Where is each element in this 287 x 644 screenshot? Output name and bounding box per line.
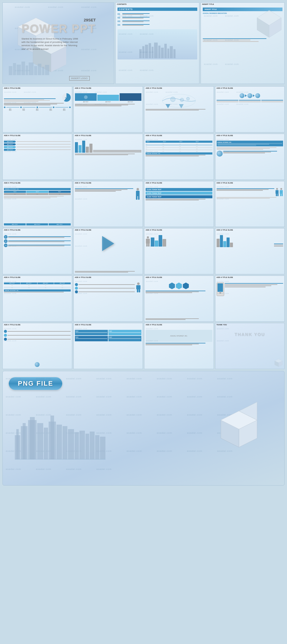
- svg-rect-13: [38, 64, 41, 75]
- slide-6-2[interactable]: ADD A TITLE SLIDE TEXT TEXT TEXT: [73, 323, 143, 369]
- slide-4-2[interactable]: ADD A TITLE SLIDE asadal.com asadal.com: [73, 228, 143, 274]
- page-wrapper: asadal.com asadal.com asadal.com asadal.…: [0, 0, 287, 488]
- slide-4-1[interactable]: ADD A TITLE SLIDE 01 02: [2, 228, 72, 274]
- svg-rect-49: [63, 426, 67, 459]
- insert-logo: INSERT LOGO: [69, 76, 90, 81]
- slide-1-1[interactable]: ADD A TITLE SLIDE 2012: [2, 86, 72, 132]
- slide-row-6: ADD A TITLE SLIDE: [2, 323, 285, 369]
- svg-rect-17: [142, 46, 144, 58]
- svg-rect-45: [44, 428, 48, 459]
- 3d-cube-png: [206, 396, 272, 462]
- svg-rect-26: [170, 46, 173, 58]
- svg-rect-27: [173, 49, 176, 58]
- slide-6-1[interactable]: ADD A TITLE SLIDE: [2, 323, 72, 369]
- slide-4-4[interactable]: ADD A TITLE SLIDE: [215, 228, 285, 274]
- svg-rect-11: [29, 62, 34, 75]
- svg-rect-43: [30, 417, 35, 459]
- slide-5-1[interactable]: ADD A TITLE SLIDE ADD TEXT ADD TEXT ADD …: [2, 276, 72, 322]
- city-skyline: [15, 396, 105, 462]
- slide-2-1[interactable]: ADD A TITLE SLIDE ADD TEXT ADD TEXT ADD …: [2, 134, 72, 180]
- svg-rect-14: [42, 67, 44, 75]
- svg-rect-41: [23, 423, 26, 459]
- slide-2-3[interactable]: ADD A TITLE SLIDE TEXTTEXTTEXTTEXT -----…: [144, 134, 214, 180]
- slide-row-4: ADD A TITLE SLIDE 01 02: [2, 228, 285, 274]
- hero-subtitle: Started its business in Seoul Korea in F…: [21, 37, 82, 51]
- png-file-section: asadal.com asadal.com asadal.com asadal.…: [2, 371, 285, 486]
- slide-3-4[interactable]: ADD A TITLE SLIDE: [215, 181, 285, 227]
- png-file-badge: PNG FILE: [9, 377, 62, 390]
- slide-5-4[interactable]: ADD A TITLE SLIDE: [215, 276, 285, 322]
- png-content-area: [9, 396, 278, 462]
- set-label: 29SET: [21, 18, 96, 22]
- slide-row-3: ADD A TITLE SLIDE ASADAL INTERNET, INC. …: [2, 181, 285, 227]
- svg-rect-23: [161, 48, 164, 58]
- slide-row-1: ADD A TITLE SLIDE 2012: [2, 86, 285, 132]
- svg-rect-24: [164, 44, 167, 58]
- svg-rect-52: [79, 431, 85, 459]
- slide-1-4[interactable]: ADD A TITLE SLIDE: [215, 86, 285, 132]
- svg-rect-19: [149, 43, 151, 58]
- svg-rect-15: [45, 65, 49, 75]
- svg-rect-44: [37, 423, 43, 459]
- hero-right-slides: CONTENTS CONTENTS 01 02: [115, 2, 285, 85]
- slide-6-3[interactable]: ADD A TITLE SLIDE ASADAL INTERNET, INC. …: [144, 323, 214, 369]
- svg-rect-25: [167, 49, 169, 58]
- slide-3-3[interactable]: ADD A TITLE SLIDE CLICK TOADA TEXT CLICK…: [144, 181, 214, 227]
- svg-rect-20: [152, 47, 153, 58]
- slide-4-3[interactable]: ADD A TITLE SLIDE: [144, 228, 214, 274]
- svg-rect-39: [16, 429, 19, 459]
- svg-rect-51: [75, 432, 79, 459]
- svg-point-33: [180, 98, 184, 102]
- slide-label: INSERT TITLE: [202, 3, 214, 5]
- svg-rect-53: [85, 434, 89, 459]
- svg-rect-6: [9, 66, 12, 75]
- slide-row-2: ADD A TITLE SLIDE ADD TEXT ADD TEXT ADD …: [2, 134, 285, 180]
- hero-row: asadal.com asadal.com asadal.com asadal.…: [2, 2, 285, 85]
- slide-row-5: ADD A TITLE SLIDE ADD TEXT ADD TEXT ADD …: [2, 276, 285, 322]
- slide-5-2[interactable]: ADD A TITLE SLIDE: [73, 276, 143, 322]
- svg-rect-12: [34, 66, 37, 75]
- slide-1-2[interactable]: ADD A TITLE SLIDE ADD TEXT ADD TEXT ADD …: [73, 86, 143, 132]
- svg-rect-7: [13, 63, 16, 75]
- slide-5-3[interactable]: ADD A TITLE SLIDE: [144, 276, 214, 322]
- svg-rect-48: [56, 425, 62, 459]
- contents-slide[interactable]: CONTENTS CONTENTS 01 02: [115, 2, 199, 84]
- svg-rect-21: [154, 43, 158, 58]
- slide-label: CONTENTS: [117, 3, 127, 5]
- svg-rect-47: [50, 416, 54, 459]
- svg-rect-9: [21, 62, 25, 75]
- slide-3-2[interactable]: ADD A TITLE SLIDE: [73, 181, 143, 227]
- slide-1-3[interactable]: ADD A TITLE SLIDE: [144, 86, 214, 132]
- svg-rect-18: [145, 45, 148, 58]
- slide-2-4[interactable]: ADD A TITLE SLIDE ASADAL INTERNET, INC.: [215, 134, 285, 180]
- slide-6-4-thank-you[interactable]: THANK YOU THANK YOU asadal.com asa: [215, 323, 285, 369]
- hero-title: POWER PPT: [21, 22, 96, 35]
- svg-rect-55: [95, 435, 99, 459]
- svg-rect-8: [17, 65, 21, 75]
- slide-2-2[interactable]: ADD A TITLE SLIDE: [73, 134, 143, 180]
- slide-3-1[interactable]: ADD A TITLE SLIDE ASADAL INTERNET, INC. …: [2, 181, 72, 227]
- svg-rect-50: [68, 429, 74, 459]
- svg-rect-16: [139, 49, 142, 58]
- svg-rect-54: [90, 432, 95, 459]
- svg-rect-56: [100, 437, 105, 459]
- svg-point-34: [186, 97, 189, 100]
- svg-point-32: [170, 97, 175, 102]
- svg-rect-22: [158, 46, 160, 58]
- hero-text: 29SET POWER PPT Started its business in …: [21, 18, 96, 51]
- hero-section: asadal.com asadal.com asadal.com asadal.…: [2, 2, 114, 85]
- insert-title-slide[interactable]: INSERT TITLE INSERT TITLE ASADAL BUSINES…: [201, 2, 285, 84]
- svg-rect-10: [26, 65, 28, 75]
